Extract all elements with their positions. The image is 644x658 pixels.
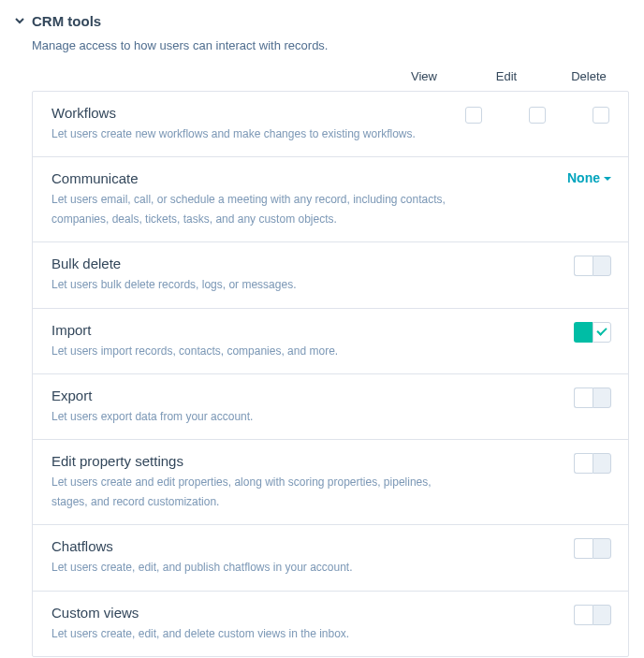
row-title: Chatflows	[51, 538, 461, 554]
row-title: Custom views	[51, 605, 461, 621]
row-bulk-delete: Bulk delete Let users bulk delete record…	[33, 242, 628, 308]
bulk-delete-toggle[interactable]	[574, 256, 611, 276]
row-desc: Let users create, edit, and delete custo…	[51, 624, 461, 643]
dropdown-label: None	[567, 170, 600, 185]
workflows-delete-checkbox[interactable]	[593, 107, 609, 124]
row-desc: Let users create, edit, and publish chat…	[51, 558, 461, 577]
custom-views-toggle[interactable]	[574, 605, 611, 625]
check-icon	[596, 325, 607, 335]
row-title: Import	[51, 322, 461, 338]
section-header[interactable]: CRM tools	[15, 13, 629, 29]
row-title: Workflows	[51, 105, 456, 121]
row-desc: Let users create new workflows and make …	[51, 124, 456, 143]
chevron-down-icon	[15, 16, 24, 25]
row-custom-views: Custom views Let users create, edit, and…	[33, 592, 628, 656]
row-workflows: Workflows Let users create new workflows…	[33, 92, 628, 157]
row-desc: Let users bulk delete records, logs, or …	[51, 275, 461, 294]
section-title: CRM tools	[32, 13, 101, 29]
row-desc: Let users import records, contacts, comp…	[51, 342, 461, 360]
col-edit: Edit	[487, 69, 526, 83]
communicate-dropdown[interactable]: None	[567, 170, 611, 185]
export-toggle[interactable]	[574, 387, 611, 408]
row-title: Bulk delete	[51, 256, 461, 271]
row-title: Export	[51, 387, 461, 403]
chatflows-toggle[interactable]	[574, 538, 611, 559]
import-toggle[interactable]	[574, 322, 611, 343]
row-edit-property: Edit property settings Let users create …	[33, 440, 628, 525]
row-export: Export Let users export data from your a…	[33, 374, 628, 440]
row-title: Communicate	[51, 170, 461, 186]
edit-property-toggle[interactable]	[574, 453, 611, 474]
section-description: Manage access to how users can interact …	[32, 38, 629, 52]
col-view: View	[404, 69, 444, 83]
permissions-panel: Workflows Let users create new workflows…	[32, 91, 629, 657]
col-delete: Delete	[569, 69, 608, 83]
row-desc: Let users export data from your account.	[51, 407, 461, 426]
row-desc: Let users email, call, or schedule a mee…	[51, 190, 461, 228]
caret-down-icon	[604, 177, 611, 181]
workflows-view-checkbox[interactable]	[465, 107, 482, 124]
row-import: Import Let users import records, contact…	[33, 309, 628, 374]
row-desc: Let users create and edit properties, al…	[51, 473, 461, 511]
row-title: Edit property settings	[51, 453, 461, 469]
column-headers: View Edit Delete	[15, 69, 629, 83]
row-communicate: Communicate Let users email, call, or sc…	[33, 157, 628, 242]
row-chatflows: Chatflows Let users create, edit, and pu…	[33, 525, 628, 591]
workflows-edit-checkbox[interactable]	[529, 107, 546, 124]
